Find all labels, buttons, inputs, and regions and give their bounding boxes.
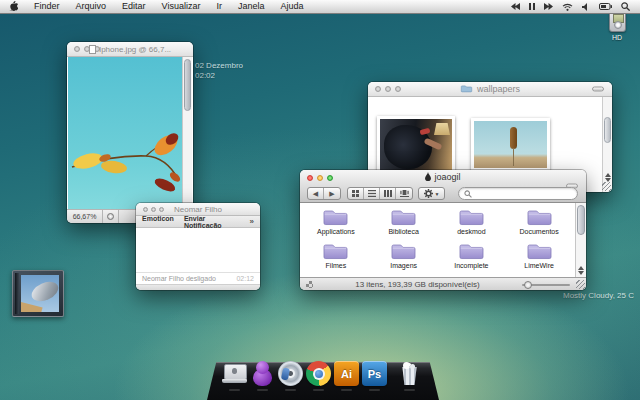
desktop-date-overlay: 02 Dezembro 02:02 [195, 61, 243, 81]
fast-forward-icon[interactable] [544, 3, 553, 10]
chat-toolbar-button[interactable]: Emoticon [142, 215, 174, 229]
menu-bar: Finder Arquivo Editar Visualizar Ir Jane… [0, 0, 640, 14]
resize-grip[interactable] [576, 280, 585, 289]
zoom-level[interactable]: 66,67% [67, 210, 103, 223]
back-button[interactable]: ◀ [308, 188, 324, 199]
column-view-button[interactable] [380, 188, 396, 199]
finder-status-bar: 13 itens, 193,39 GB disponível(eis) [300, 277, 586, 290]
forward-button[interactable]: ▶ [324, 188, 340, 199]
cd-case-artwork [21, 275, 59, 312]
gear-icon [424, 189, 433, 198]
search-field[interactable] [458, 187, 578, 200]
wifi-icon[interactable] [562, 3, 573, 11]
dock-items: Ai Ps [222, 361, 422, 391]
menu-item[interactable]: Ir [208, 0, 230, 13]
scrollbar-arrows[interactable] [603, 173, 612, 182]
desktop-time: 02:02 [195, 71, 243, 81]
rewind-icon[interactable] [511, 3, 520, 10]
icon-view-button[interactable] [348, 188, 364, 199]
cd-case-spine [15, 273, 19, 314]
folder-item[interactable]: Imagens [370, 239, 438, 273]
illustrator-dock-icon[interactable]: Ai [334, 361, 359, 391]
folder-icon [460, 84, 473, 93]
disc-app-dock-icon[interactable] [278, 361, 303, 391]
menu-item[interactable]: Editar [114, 0, 154, 13]
folder-item[interactable]: Incomplete [438, 239, 506, 273]
toolbar-toggle-button[interactable] [592, 87, 604, 92]
chrome-dock-icon[interactable] [306, 361, 331, 391]
scrollbar-thumb[interactable] [577, 205, 585, 235]
spotlight-icon[interactable] [621, 2, 630, 11]
folder-label: Imagens [390, 262, 417, 269]
folder-icon [390, 207, 417, 227]
chat-toolbar-button[interactable]: Enviar Notificação [184, 215, 230, 229]
adium-dock-icon[interactable] [250, 361, 275, 391]
preview-vertical-scrollbar[interactable] [182, 57, 192, 209]
preview-image[interactable] [68, 57, 182, 209]
photoshop-dock-icon[interactable]: Ps [362, 361, 387, 391]
icon-size-slider[interactable] [522, 278, 570, 290]
dock-indicator [229, 389, 240, 391]
folder-item[interactable]: LimeWire [505, 239, 573, 273]
folder-icon [458, 241, 485, 261]
folder-icon [322, 207, 349, 227]
menu-item[interactable]: Janela [230, 0, 273, 13]
apple-menu-icon[interactable] [9, 1, 18, 12]
magnify-icon [107, 213, 114, 220]
folder-item[interactable]: Documentos [505, 205, 573, 239]
chat-toolbar: EmoticonEnviar Notificação » [136, 216, 260, 228]
scrollbar-thumb[interactable] [184, 59, 191, 111]
zoom-tool-button[interactable] [103, 210, 119, 223]
menu-item[interactable]: Finder [26, 0, 68, 13]
folder-label: Filmes [326, 262, 347, 269]
chat-status-time: 02:12 [236, 275, 254, 282]
chat-input-strip[interactable] [136, 284, 260, 290]
navigation-buttons: ◀ ▶ [307, 187, 341, 200]
finder-header[interactable]: joaogil ◀ ▶ ▼ [300, 170, 586, 203]
folder-icon [458, 207, 485, 227]
toolbar-overflow-button[interactable]: » [250, 217, 254, 226]
battery-icon[interactable] [599, 3, 612, 10]
menu-item[interactable]: Arquivo [68, 0, 115, 13]
coverflow-view-button[interactable] [396, 188, 412, 199]
pause-icon[interactable] [529, 3, 535, 10]
proxy-grid-icon[interactable] [306, 281, 313, 288]
folder-item[interactable]: Filmes [302, 239, 370, 273]
wallpaper-thumbnail-2[interactable] [471, 118, 550, 171]
finder-window-title: joaogil [300, 172, 586, 182]
slider-knob[interactable] [524, 281, 532, 289]
wallpaper-thumbnail-1[interactable] [377, 116, 455, 174]
folder-item[interactable]: deskmod [438, 205, 506, 239]
desktop-weather-overlay: Mostly Cloudy, 25 C [563, 291, 634, 300]
wallpapers-titlebar[interactable]: wallpapers [368, 82, 612, 97]
list-view-button[interactable] [364, 188, 380, 199]
folder-icon [526, 207, 553, 227]
hd-device-icon[interactable]: HD [600, 11, 634, 41]
dock: Ai Ps [207, 362, 439, 400]
dock-indicator [404, 389, 415, 391]
desktop: Finder Arquivo Editar Visualizar Ir Jane… [0, 0, 640, 400]
folder-item[interactable]: Biblioteca [370, 205, 438, 239]
folder-icon [390, 241, 417, 261]
menu-item[interactable]: Visualizar [154, 0, 209, 13]
finder-macbook-dock-icon[interactable] [222, 361, 247, 391]
scrollbar-thumb[interactable] [604, 117, 611, 143]
action-menu-button[interactable]: ▼ [418, 187, 445, 200]
finder-vertical-scrollbar[interactable] [575, 203, 586, 277]
cd-case-icon[interactable] [12, 270, 64, 317]
scrollbar-arrows[interactable] [576, 266, 586, 275]
finder-content: Applications Biblioteca [300, 203, 575, 277]
search-input[interactable] [475, 189, 572, 198]
dock-indicator [285, 389, 296, 391]
resize-grip[interactable] [602, 182, 611, 191]
folder-item[interactable]: Applications [302, 205, 370, 239]
preview-window-title: Iphone.jpg @ 66,7... [67, 45, 193, 54]
volume-icon[interactable] [582, 3, 590, 11]
preview-titlebar[interactable]: Iphone.jpg @ 66,7... [67, 42, 193, 57]
trash-dock-icon[interactable] [397, 361, 422, 391]
menu-item[interactable]: Ajuda [272, 0, 311, 13]
preview-window: Iphone.jpg @ 66,7... [67, 42, 193, 223]
chat-message-area [136, 228, 260, 272]
finder-window: joaogil ◀ ▶ ▼ [300, 170, 586, 290]
wallpapers-vertical-scrollbar[interactable] [602, 97, 612, 192]
